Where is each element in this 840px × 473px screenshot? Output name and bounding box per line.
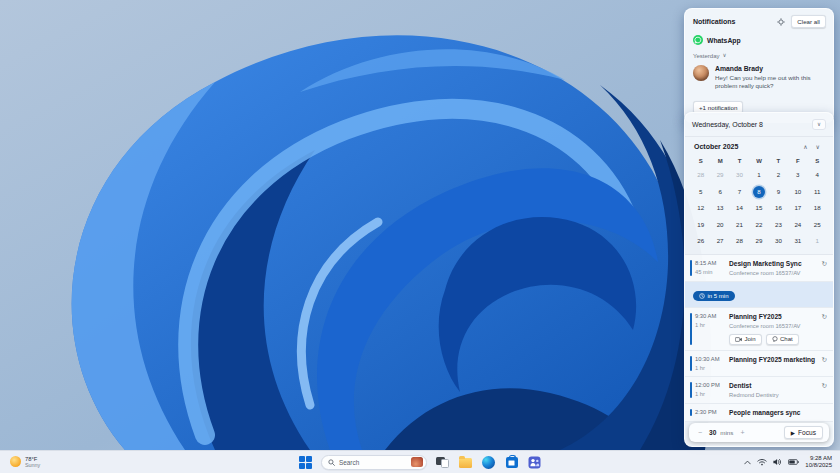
file-explorer-button[interactable] bbox=[458, 455, 473, 470]
wifi-icon bbox=[757, 458, 767, 466]
edge-icon bbox=[482, 456, 495, 469]
calendar-day[interactable]: 17 bbox=[788, 200, 807, 217]
start-button[interactable] bbox=[298, 455, 313, 470]
microsoft-store-button[interactable] bbox=[504, 455, 519, 470]
calendar-day-number: 28 bbox=[695, 169, 707, 181]
clear-all-button[interactable]: Clear all bbox=[791, 15, 826, 28]
calendar-day[interactable]: 30 bbox=[730, 167, 749, 184]
chevron-down-icon: ∨ bbox=[722, 53, 726, 59]
recurrence-icon: ↻ bbox=[822, 313, 827, 321]
calendar-day[interactable]: 27 bbox=[710, 233, 729, 250]
calendar-day-of-week: T bbox=[730, 154, 749, 167]
calendar-day-number: 3 bbox=[792, 169, 804, 181]
calendar-day[interactable]: 5 bbox=[691, 184, 710, 201]
volume-status-button[interactable] bbox=[773, 458, 782, 466]
event-card[interactable]: 9:30 AM1 hrPlanning FY2025Conference roo… bbox=[685, 308, 833, 351]
calendar-next-month-button[interactable]: ∨ bbox=[812, 143, 824, 150]
increase-minutes-button[interactable]: + bbox=[737, 429, 747, 436]
notification-message[interactable]: Amanda Brady Hey! Can you help me out wi… bbox=[685, 61, 833, 96]
calendar-day[interactable]: 22 bbox=[749, 217, 768, 234]
clock-widget[interactable]: 9:28 AM 10/8/2025 bbox=[805, 455, 832, 469]
calendar-day[interactable]: 8 bbox=[749, 184, 768, 201]
focus-minutes-value: 30 bbox=[709, 429, 716, 436]
notification-app-group[interactable]: WhatsApp bbox=[685, 32, 833, 49]
event-accent-bar bbox=[690, 409, 693, 416]
event-card[interactable]: 10:30 AM1 hrPlanning FY2025 marketing↻ bbox=[685, 351, 833, 377]
calendar-day[interactable]: 14 bbox=[730, 200, 749, 217]
calendar-day[interactable]: 10 bbox=[788, 184, 807, 201]
event-time-column: 10:30 AM1 hr bbox=[695, 356, 729, 371]
show-hidden-icons-button[interactable] bbox=[744, 460, 751, 465]
teams-button[interactable] bbox=[527, 455, 542, 470]
play-icon: ▶ bbox=[791, 430, 795, 436]
event-detail-column: Planning FY2025 marketing bbox=[729, 356, 820, 363]
calendar-day-number: 23 bbox=[772, 219, 784, 231]
calendar-day[interactable]: 31 bbox=[788, 233, 807, 250]
calendar-day[interactable]: 20 bbox=[710, 217, 729, 234]
calendar-day[interactable]: 12 bbox=[691, 200, 710, 217]
calendar-day-number: 25 bbox=[811, 219, 823, 231]
event-accent-bar bbox=[690, 382, 693, 398]
decrease-minutes-button[interactable]: − bbox=[695, 429, 705, 436]
calendar-day-of-week: M bbox=[710, 154, 729, 167]
event-chat-button[interactable]: Chat bbox=[766, 334, 799, 345]
calendar-day[interactable]: 13 bbox=[710, 200, 729, 217]
notification-message-body: Amanda Brady Hey! Can you help me out wi… bbox=[715, 65, 825, 91]
calendar-day[interactable]: 1 bbox=[808, 233, 827, 250]
calendar-day[interactable]: 23 bbox=[769, 217, 788, 234]
start-focus-button[interactable]: ▶ Focus bbox=[784, 426, 823, 439]
calendar-day[interactable]: 6 bbox=[710, 184, 729, 201]
weather-widget[interactable]: 78°F Sunny bbox=[0, 456, 200, 469]
search-icon bbox=[328, 459, 335, 466]
notification-app-name: WhatsApp bbox=[707, 37, 741, 44]
search-input[interactable]: Search bbox=[321, 455, 427, 470]
taskbar: 78°F Sunny Search bbox=[0, 450, 840, 473]
calendar-day[interactable]: 16 bbox=[769, 200, 788, 217]
calendar-day[interactable]: 29 bbox=[710, 167, 729, 184]
calendar-day[interactable]: 11 bbox=[808, 184, 827, 201]
calendar-day[interactable]: 4 bbox=[808, 167, 827, 184]
calendar-day[interactable]: 28 bbox=[730, 233, 749, 250]
calendar-day[interactable]: 25 bbox=[808, 217, 827, 234]
calendar-day-number: 12 bbox=[695, 202, 707, 214]
event-time: 8:15 AM bbox=[695, 260, 729, 266]
calendar-prev-month-button[interactable]: ∧ bbox=[799, 143, 811, 150]
calendar-day-number: 29 bbox=[714, 169, 726, 181]
calendar-day[interactable]: 21 bbox=[730, 217, 749, 234]
calendar-day-number: 17 bbox=[792, 202, 804, 214]
task-view-button[interactable] bbox=[435, 455, 450, 470]
calendar-day[interactable]: 30 bbox=[769, 233, 788, 250]
calendar-day[interactable]: 26 bbox=[691, 233, 710, 250]
calendar-day[interactable]: 2 bbox=[769, 167, 788, 184]
notification-settings-button[interactable] bbox=[775, 17, 787, 27]
calendar-day[interactable]: 29 bbox=[749, 233, 768, 250]
calendar-day[interactable]: 7 bbox=[730, 184, 749, 201]
edge-browser-button[interactable] bbox=[481, 455, 496, 470]
event-join-button[interactable]: Join bbox=[729, 334, 762, 345]
calendar-day[interactable]: 9 bbox=[769, 184, 788, 201]
event-card[interactable]: 12:00 PM1 hrDentistRedmond Dentistry↻ bbox=[685, 377, 833, 404]
camera-icon bbox=[735, 337, 742, 342]
calendar-day[interactable]: 15 bbox=[749, 200, 768, 217]
calendar-day-number: 2 bbox=[772, 169, 784, 181]
event-title: People managers sync bbox=[729, 409, 827, 416]
wifi-status-button[interactable] bbox=[757, 458, 767, 466]
calendar-day[interactable]: 24 bbox=[788, 217, 807, 234]
event-card[interactable]: 2:30 PMPeople managers sync bbox=[685, 404, 833, 422]
event-actions: JoinChat bbox=[729, 334, 820, 345]
calendar-day[interactable]: 28 bbox=[691, 167, 710, 184]
calendar-day-of-week: F bbox=[788, 154, 807, 167]
notification-section-toggle[interactable]: Yesterday ∨ bbox=[685, 49, 833, 61]
calendar-day[interactable]: 18 bbox=[808, 200, 827, 217]
search-highlight-thumbnail bbox=[411, 457, 423, 467]
event-card[interactable]: 8:15 AM45 minDesign Marketing SyncConfer… bbox=[685, 255, 833, 282]
event-time-column: 12:00 PM1 hr bbox=[695, 382, 729, 397]
battery-status-button[interactable] bbox=[788, 459, 799, 465]
calendar-day[interactable]: 3 bbox=[788, 167, 807, 184]
event-reminder-badge[interactable]: in 5 min bbox=[693, 291, 735, 301]
calendar-collapse-button[interactable]: ∨ bbox=[812, 119, 826, 130]
chat-icon bbox=[772, 336, 778, 342]
calendar-day[interactable]: 19 bbox=[691, 217, 710, 234]
calendar-day[interactable]: 1 bbox=[749, 167, 768, 184]
gear-icon bbox=[777, 18, 785, 26]
